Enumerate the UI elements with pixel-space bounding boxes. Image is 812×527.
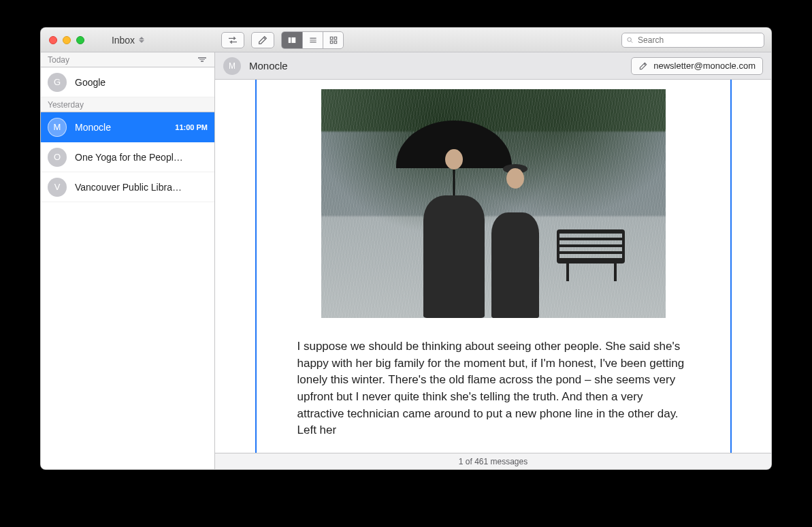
list-view-icon [308,35,318,45]
send-receive-icon [227,35,238,46]
message-sender: One Yoga for the People | V… [75,152,184,163]
zoom-button[interactable] [76,36,84,44]
message-content: I suppose we should be thinking about se… [255,80,732,453]
svg-rect-3 [334,37,337,39]
message-row-monocle[interactable]: M Monocle 11:00 PM [41,112,214,142]
message-header: M Monocle newsletter@monocle.com [215,52,771,80]
svg-rect-2 [330,37,333,39]
avatar: G [48,73,67,92]
view-content-button[interactable] [282,32,302,48]
search-input[interactable] [636,35,760,46]
window-body: Today G Google Yesterday M Monocle 11:00… [41,52,771,469]
section-header-label: Today [48,55,69,65]
content-view-icon [287,35,297,45]
thumbnails-view-icon [329,35,338,45]
section-header-today: Today [41,52,214,67]
svg-rect-0 [289,37,291,42]
window-controls [41,36,93,44]
message-address: newsletter@monocle.com [653,61,756,71]
figure-woman [491,148,539,318]
mail-window: Inbox [40,27,772,470]
message-row-one-yoga[interactable]: O One Yoga for the People | V… [41,142,214,172]
message-row-google[interactable]: G Google [41,67,214,97]
send-receive-button[interactable] [221,32,244,48]
message-paragraph: I suppose we should be thinking about se… [297,338,689,439]
message-pane: M Monocle newsletter@monocle.com [215,52,771,469]
message-sender-name: Monocle [249,60,288,71]
message-sender: Vancouver Public Library N… [75,182,184,193]
compose-button[interactable] [251,32,274,48]
status-bar: 1 of 461 messages [215,453,771,469]
filter-icon[interactable] [197,56,208,63]
message-sender: Monocle [75,122,111,133]
toolbar [221,28,764,52]
compose-icon [257,35,268,46]
view-thumbnails-button[interactable] [323,32,343,48]
status-text: 1 of 461 messages [459,457,527,466]
message-image [321,89,666,318]
titlebar: Inbox [41,28,771,52]
avatar: M [48,118,67,137]
svg-rect-5 [334,41,337,44]
close-button[interactable] [49,36,57,44]
section-header-label: Yesterday [48,100,84,110]
avatar: V [48,178,67,197]
search-field[interactable] [621,33,764,48]
message-list: Today G Google Yesterday M Monocle 11:00… [41,52,215,469]
svg-rect-4 [330,41,333,44]
svg-rect-1 [291,37,295,42]
reply-address-button[interactable]: newsletter@monocle.com [631,57,763,75]
message-sender: Google [75,77,105,88]
compose-icon [638,61,648,71]
search-icon [626,36,634,44]
message-body[interactable]: I suppose we should be thinking about se… [215,80,771,453]
bench-icon [557,229,625,264]
message-time: 11:00 PM [175,123,208,131]
view-segmented-control [281,31,344,49]
avatar: M [223,57,241,75]
svg-point-6 [628,37,632,42]
avatar: O [48,148,67,167]
section-header-yesterday: Yesterday [41,97,214,112]
mailbox-title: Inbox [112,35,135,46]
message-row-vpl[interactable]: V Vancouver Public Library N… [41,172,214,202]
sort-chevrons-icon[interactable] [139,37,144,43]
minimize-button[interactable] [63,36,71,44]
figure-man [423,121,485,318]
view-list-button[interactable] [302,32,323,48]
